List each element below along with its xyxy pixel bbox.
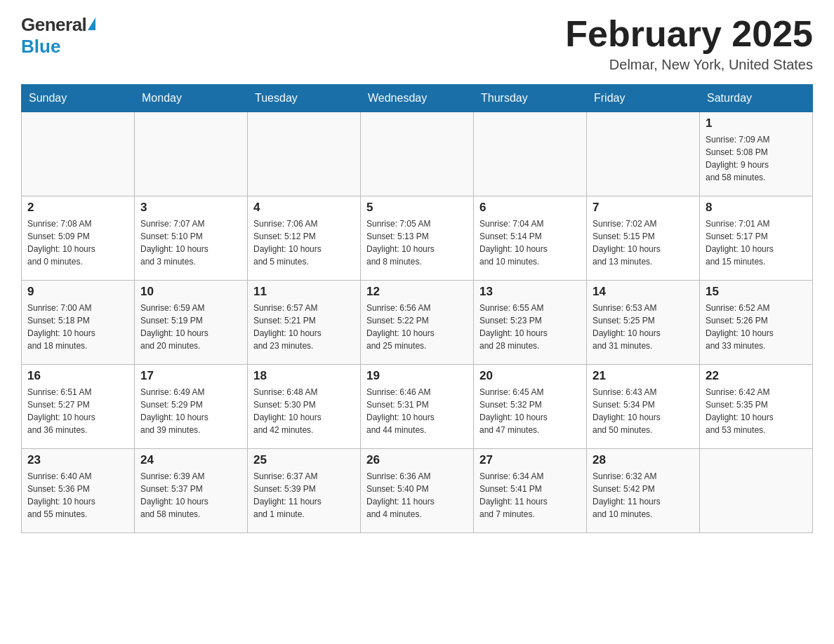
day-number-7: 7 [593, 201, 694, 215]
calendar-cell-w4-d6: 21Sunrise: 6:43 AMSunset: 5:34 PMDayligh… [587, 365, 700, 449]
calendar-cell-w5-d5: 27Sunrise: 6:34 AMSunset: 5:41 PMDayligh… [474, 449, 587, 533]
day-info-1: Sunrise: 7:09 AMSunset: 5:08 PMDaylight:… [706, 133, 807, 184]
calendar-cell-w1-d1 [22, 112, 135, 196]
logo-general-text: General [21, 14, 86, 36]
calendar-table: Sunday Monday Tuesday Wednesday Thursday… [21, 84, 813, 533]
calendar-cell-w4-d1: 16Sunrise: 6:51 AMSunset: 5:27 PMDayligh… [22, 365, 135, 449]
calendar-cell-w3-d2: 10Sunrise: 6:59 AMSunset: 5:19 PMDayligh… [135, 281, 248, 365]
day-info-18: Sunrise: 6:48 AMSunset: 5:30 PMDaylight:… [253, 386, 355, 436]
day-info-7: Sunrise: 7:02 AMSunset: 5:15 PMDaylight:… [593, 217, 694, 268]
day-info-11: Sunrise: 6:57 AMSunset: 5:21 PMDaylight:… [253, 302, 355, 352]
day-number-2: 2 [27, 201, 128, 215]
header-saturday: Saturday [700, 85, 813, 112]
day-number-28: 28 [593, 453, 694, 467]
day-info-16: Sunrise: 6:51 AMSunset: 5:27 PMDaylight:… [27, 386, 128, 436]
day-number-6: 6 [479, 201, 581, 215]
day-number-14: 14 [593, 285, 694, 299]
week-row-5: 23Sunrise: 6:40 AMSunset: 5:36 PMDayligh… [22, 449, 813, 533]
calendar-cell-w3-d3: 11Sunrise: 6:57 AMSunset: 5:21 PMDayligh… [248, 281, 361, 365]
location: Delmar, New York, United States [565, 57, 813, 73]
day-info-13: Sunrise: 6:55 AMSunset: 5:23 PMDaylight:… [479, 302, 581, 352]
day-info-27: Sunrise: 6:34 AMSunset: 5:41 PMDaylight:… [479, 470, 581, 521]
day-number-3: 3 [140, 201, 241, 215]
day-number-16: 16 [27, 369, 128, 383]
day-info-22: Sunrise: 6:42 AMSunset: 5:35 PMDaylight:… [706, 386, 807, 436]
header-wednesday: Wednesday [361, 85, 474, 112]
day-number-8: 8 [706, 201, 807, 215]
day-info-26: Sunrise: 6:36 AMSunset: 5:40 PMDaylight:… [366, 470, 468, 521]
day-info-25: Sunrise: 6:37 AMSunset: 5:39 PMDaylight:… [253, 470, 355, 521]
calendar-cell-w5-d4: 26Sunrise: 6:36 AMSunset: 5:40 PMDayligh… [361, 449, 474, 533]
calendar-cell-w5-d3: 25Sunrise: 6:37 AMSunset: 5:39 PMDayligh… [248, 449, 361, 533]
calendar-cell-w1-d3 [248, 112, 361, 196]
day-number-5: 5 [366, 201, 468, 215]
calendar-cell-w5-d2: 24Sunrise: 6:39 AMSunset: 5:37 PMDayligh… [135, 449, 248, 533]
header-tuesday: Tuesday [248, 85, 361, 112]
day-number-1: 1 [706, 116, 807, 130]
logo: General Blue [21, 14, 95, 58]
calendar-cell-w3-d6: 14Sunrise: 6:53 AMSunset: 5:25 PMDayligh… [587, 281, 700, 365]
calendar-cell-w1-d4 [361, 112, 474, 196]
week-row-3: 9Sunrise: 7:00 AMSunset: 5:18 PMDaylight… [22, 281, 813, 365]
title-block: February 2025 Delmar, New York, United S… [565, 14, 813, 73]
day-number-21: 21 [593, 369, 694, 383]
day-info-12: Sunrise: 6:56 AMSunset: 5:22 PMDaylight:… [366, 302, 468, 352]
calendar-cell-w5-d7 [700, 449, 813, 533]
calendar-cell-w2-d2: 3Sunrise: 7:07 AMSunset: 5:10 PMDaylight… [135, 196, 248, 281]
header-monday: Monday [135, 85, 248, 112]
day-number-15: 15 [706, 285, 807, 299]
calendar-cell-w3-d1: 9Sunrise: 7:00 AMSunset: 5:18 PMDaylight… [22, 281, 135, 365]
day-info-21: Sunrise: 6:43 AMSunset: 5:34 PMDaylight:… [593, 386, 694, 436]
day-info-20: Sunrise: 6:45 AMSunset: 5:32 PMDaylight:… [479, 386, 581, 436]
calendar-cell-w2-d3: 4Sunrise: 7:06 AMSunset: 5:12 PMDaylight… [248, 196, 361, 281]
day-number-13: 13 [479, 285, 581, 299]
calendar-cell-w5-d1: 23Sunrise: 6:40 AMSunset: 5:36 PMDayligh… [22, 449, 135, 533]
calendar-cell-w2-d6: 7Sunrise: 7:02 AMSunset: 5:15 PMDaylight… [587, 196, 700, 281]
calendar-cell-w4-d2: 17Sunrise: 6:49 AMSunset: 5:29 PMDayligh… [135, 365, 248, 449]
day-number-23: 23 [27, 453, 128, 467]
header-friday: Friday [587, 85, 700, 112]
day-number-9: 9 [27, 285, 128, 299]
day-number-12: 12 [366, 285, 468, 299]
calendar-cell-w4-d5: 20Sunrise: 6:45 AMSunset: 5:32 PMDayligh… [474, 365, 587, 449]
calendar-cell-w3-d5: 13Sunrise: 6:55 AMSunset: 5:23 PMDayligh… [474, 281, 587, 365]
day-info-2: Sunrise: 7:08 AMSunset: 5:09 PMDaylight:… [27, 217, 128, 268]
calendar-cell-w3-d7: 15Sunrise: 6:52 AMSunset: 5:26 PMDayligh… [700, 281, 813, 365]
day-number-17: 17 [140, 369, 241, 383]
day-info-10: Sunrise: 6:59 AMSunset: 5:19 PMDaylight:… [140, 302, 241, 352]
day-number-20: 20 [479, 369, 581, 383]
day-number-10: 10 [140, 285, 241, 299]
header-thursday: Thursday [474, 85, 587, 112]
day-info-19: Sunrise: 6:46 AMSunset: 5:31 PMDaylight:… [366, 386, 468, 436]
day-number-22: 22 [706, 369, 807, 383]
calendar-cell-w5-d6: 28Sunrise: 6:32 AMSunset: 5:42 PMDayligh… [587, 449, 700, 533]
week-row-2: 2Sunrise: 7:08 AMSunset: 5:09 PMDaylight… [22, 196, 813, 281]
day-info-15: Sunrise: 6:52 AMSunset: 5:26 PMDaylight:… [706, 302, 807, 352]
calendar-cell-w2-d7: 8Sunrise: 7:01 AMSunset: 5:17 PMDaylight… [700, 196, 813, 281]
calendar-cell-w2-d4: 5Sunrise: 7:05 AMSunset: 5:13 PMDaylight… [361, 196, 474, 281]
calendar-cell-w3-d4: 12Sunrise: 6:56 AMSunset: 5:22 PMDayligh… [361, 281, 474, 365]
calendar-cell-w4-d7: 22Sunrise: 6:42 AMSunset: 5:35 PMDayligh… [700, 365, 813, 449]
day-number-25: 25 [253, 453, 355, 467]
day-info-24: Sunrise: 6:39 AMSunset: 5:37 PMDaylight:… [140, 470, 241, 521]
calendar-cell-w2-d1: 2Sunrise: 7:08 AMSunset: 5:09 PMDaylight… [22, 196, 135, 281]
week-row-1: 1Sunrise: 7:09 AMSunset: 5:08 PMDaylight… [22, 112, 813, 196]
calendar-cell-w4-d4: 19Sunrise: 6:46 AMSunset: 5:31 PMDayligh… [361, 365, 474, 449]
calendar-cell-w1-d2 [135, 112, 248, 196]
calendar-header-row: Sunday Monday Tuesday Wednesday Thursday… [22, 85, 813, 112]
day-info-28: Sunrise: 6:32 AMSunset: 5:42 PMDaylight:… [593, 470, 694, 521]
calendar-cell-w2-d5: 6Sunrise: 7:04 AMSunset: 5:14 PMDaylight… [474, 196, 587, 281]
logo-blue-text: Blue [21, 36, 60, 58]
day-number-18: 18 [253, 369, 355, 383]
day-number-19: 19 [366, 369, 468, 383]
day-number-27: 27 [479, 453, 581, 467]
day-info-8: Sunrise: 7:01 AMSunset: 5:17 PMDaylight:… [706, 217, 807, 268]
page-header: General Blue February 2025 Delmar, New Y… [21, 14, 813, 73]
month-title: February 2025 [565, 14, 813, 54]
day-number-24: 24 [140, 453, 241, 467]
day-info-23: Sunrise: 6:40 AMSunset: 5:36 PMDaylight:… [27, 470, 128, 521]
day-info-6: Sunrise: 7:04 AMSunset: 5:14 PMDaylight:… [479, 217, 581, 268]
calendar-cell-w4-d3: 18Sunrise: 6:48 AMSunset: 5:30 PMDayligh… [248, 365, 361, 449]
day-info-14: Sunrise: 6:53 AMSunset: 5:25 PMDaylight:… [593, 302, 694, 352]
day-info-9: Sunrise: 7:00 AMSunset: 5:18 PMDaylight:… [27, 302, 128, 352]
